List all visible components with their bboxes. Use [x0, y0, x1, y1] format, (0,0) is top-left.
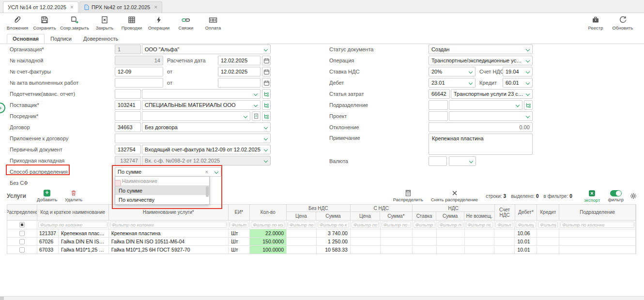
distribute-button[interactable]: Распределить: [393, 190, 423, 202]
column-filter-input[interactable]: [288, 222, 315, 228]
filter-toggle[interactable]: фильтр: [608, 190, 624, 202]
document-select-button[interactable]: [252, 111, 261, 121]
cell-vat-nonrefund[interactable]: [465, 246, 495, 254]
hierarchy-select-button[interactable]: [262, 111, 271, 121]
column-filter-input[interactable]: [495, 222, 513, 228]
cell-debit[interactable]: 10.01: [515, 246, 537, 254]
toolbar-save-close-button[interactable]: Сохр.закрыть: [60, 15, 89, 30]
receipt-code-field[interactable]: 132747: [115, 156, 141, 165]
cell-price-vat[interactable]: [351, 246, 381, 254]
supplier-select[interactable]: СПЕЦИАЛЬНЫЕ МАТЕРИАЛЫ ООО: [142, 100, 261, 110]
column-filter-input[interactable]: [538, 222, 558, 228]
mediator-code-field[interactable]: [115, 111, 141, 121]
toolbar-links-button[interactable]: Связки: [174, 15, 198, 30]
row-checkbox[interactable]: [19, 231, 25, 236]
primary-doc-code-field[interactable]: 132754: [115, 145, 141, 154]
cell-vat-account[interactable]: [494, 229, 515, 237]
undistribute-button[interactable]: Снять распределение: [431, 190, 478, 202]
column-filter-input[interactable]: [438, 222, 463, 228]
hierarchy-select-button[interactable]: [524, 100, 533, 110]
hierarchy-select-button[interactable]: [262, 100, 271, 110]
cell-price-no-vat[interactable]: [287, 246, 317, 254]
column-filter-input[interactable]: [466, 222, 493, 228]
status-select[interactable]: Создан: [429, 45, 533, 54]
dropdown-option-by-qty[interactable]: По количеству: [115, 195, 209, 204]
tab-power-of-attorney[interactable]: Доверенность: [77, 34, 124, 44]
sf-date-field[interactable]: 12.02.2025: [218, 67, 261, 76]
cell-vat-rate[interactable]: [413, 238, 437, 245]
tab-main[interactable]: Основная: [7, 34, 45, 44]
column-filter-input[interactable]: [382, 222, 411, 228]
cell-service-name[interactable]: Крепежная пластина: [109, 229, 229, 237]
toolbar-attachments-button[interactable]: Вложения: [6, 15, 29, 30]
cell-price-no-vat[interactable]: [287, 229, 317, 237]
act-date-field[interactable]: [218, 78, 261, 88]
act-no-field[interactable]: [115, 78, 163, 88]
cell-price-no-vat[interactable]: [287, 238, 317, 245]
operation-select[interactable]: Транспортные/экспедиционные услуги: [429, 56, 533, 65]
column-filter-input[interactable]: [110, 222, 228, 228]
cell-sum-no-vat[interactable]: 10 583.33: [317, 246, 351, 254]
supplier-code-field[interactable]: 103241: [115, 100, 141, 110]
mediator-select[interactable]: [142, 111, 250, 121]
cell-vat-nonrefund[interactable]: [465, 229, 495, 237]
no-sf-checkbox[interactable]: [115, 180, 121, 186]
toolbar-close-button[interactable]: Закрыть: [93, 15, 116, 30]
cell-vat-account[interactable]: [494, 238, 515, 245]
clear-icon[interactable]: ×: [205, 169, 208, 175]
cell-vat-rate[interactable]: [413, 229, 437, 237]
cell-vat-rate[interactable]: [413, 246, 437, 254]
sf-no-field[interactable]: 12-09: [115, 67, 163, 76]
calc-date-field[interactable]: 12.02.2025: [218, 56, 261, 65]
cell-credit[interactable]: [537, 246, 559, 254]
cell-qty[interactable]: 150.0000: [250, 238, 287, 245]
settings-button[interactable]: [629, 192, 637, 200]
calendar-button[interactable]: [262, 56, 271, 65]
column-filter-input[interactable]: [38, 222, 107, 228]
dropdown-scrollbar[interactable]: [206, 186, 209, 197]
window-tab-prh[interactable]: ПРХ №42 от 12.02.2025 ×: [79, 1, 162, 13]
annex-select[interactable]: [115, 134, 271, 143]
cost-item-code-field[interactable]: 66642: [429, 89, 450, 99]
hierarchy-select-button[interactable]: [262, 89, 271, 99]
sidebar-expander[interactable]: [0, 103, 5, 113]
horizontal-scrollbar[interactable]: [0, 296, 644, 300]
calendar-button[interactable]: [262, 67, 271, 76]
toolbar-save-button[interactable]: Сохранить: [33, 15, 56, 30]
cell-unit[interactable]: Шт: [229, 229, 250, 237]
deviation-field[interactable]: 0.00: [429, 122, 533, 132]
cell-department[interactable]: [559, 238, 636, 245]
delete-button[interactable]: Удалить: [65, 190, 82, 202]
primary-doc-select[interactable]: Входящий счет-фактура №12-09 от 12.02.20…: [142, 145, 271, 154]
department-code-field[interactable]: [429, 100, 448, 110]
column-filter-input[interactable]: [560, 222, 634, 228]
cell-price-vat[interactable]: [351, 238, 381, 245]
calendar-button[interactable]: [262, 78, 271, 88]
add-button[interactable]: + Добавить: [37, 190, 57, 202]
project-code-field[interactable]: [429, 111, 448, 121]
cell-code-name[interactable]: 67033Гайка М10*1,25 6Н Г...: [37, 246, 109, 254]
cell-sum-vat[interactable]: [381, 229, 413, 237]
note-textarea[interactable]: Крепежная пластина: [429, 134, 533, 155]
export-button[interactable]: экспорт: [584, 190, 600, 203]
cell-department[interactable]: [559, 229, 636, 237]
cell-vat-account[interactable]: [494, 246, 515, 254]
column-filter-input[interactable]: [251, 222, 285, 228]
cell-vat-sum[interactable]: [437, 238, 465, 245]
column-filter-input[interactable]: [516, 222, 536, 228]
close-icon[interactable]: ×: [154, 4, 157, 10]
select-all-checkbox[interactable]: [19, 222, 25, 227]
toolbar-registry-button[interactable]: Реестр: [584, 15, 607, 30]
cell-qty[interactable]: 22.0000: [250, 229, 287, 237]
cell-qty[interactable]: 100.0000: [250, 246, 287, 254]
cell-vat-sum[interactable]: [437, 229, 465, 237]
cell-sum-vat[interactable]: [381, 238, 413, 245]
currency-code-field[interactable]: [429, 156, 447, 166]
invoice-no-field[interactable]: 14: [115, 56, 163, 65]
close-icon[interactable]: ×: [70, 4, 74, 10]
contract-select[interactable]: Без договора: [142, 122, 271, 132]
dropdown-option-by-sum[interactable]: По сумме: [115, 186, 209, 195]
column-filter-input[interactable]: [414, 222, 435, 228]
cost-item-select[interactable]: Транспортные услуги 23 счет: [451, 89, 533, 99]
cell-sum-vat[interactable]: [381, 246, 413, 254]
